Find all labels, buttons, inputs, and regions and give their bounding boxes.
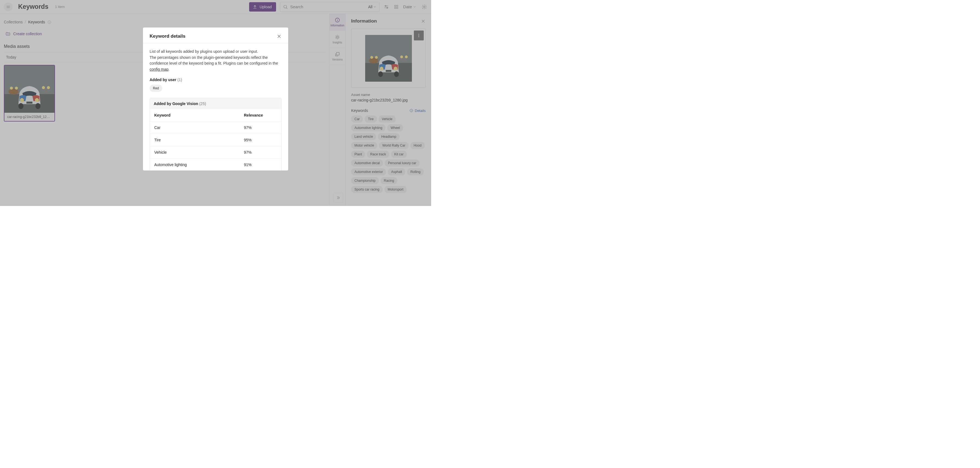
cell-keyword: Car xyxy=(154,126,244,130)
keyword-details-modal: Keyword details List of all keywords add… xyxy=(143,27,288,170)
plugin-keywords-table: Added by Google Vision (25) Keyword Rele… xyxy=(150,98,282,170)
table-row: Car97% xyxy=(150,121,281,134)
cell-relevance: 95% xyxy=(244,138,277,142)
cell-relevance: 97% xyxy=(244,150,277,154)
cell-relevance: 97% xyxy=(244,126,277,130)
user-keywords-header: Added by user (1) xyxy=(150,78,282,82)
cell-keyword: Vehicle xyxy=(154,150,244,154)
config-map-link[interactable]: config map xyxy=(150,67,168,72)
table-row: Automotive lighting91% xyxy=(150,158,281,170)
cell-keyword: Automotive lighting xyxy=(154,162,244,167)
modal-overlay[interactable]: Keyword details List of all keywords add… xyxy=(0,0,431,206)
cell-relevance: 91% xyxy=(244,162,277,167)
modal-close-button[interactable] xyxy=(277,34,282,39)
user-keyword-chip[interactable]: Red xyxy=(150,85,162,92)
col-relevance: Relevance xyxy=(244,113,277,118)
col-keyword: Keyword xyxy=(154,113,244,118)
table-row: Tire95% xyxy=(150,134,281,146)
table-row: Vehicle97% xyxy=(150,146,281,158)
modal-title: Keyword details xyxy=(150,33,185,39)
plugin-keywords-header: Added by Google Vision (25) xyxy=(150,98,281,109)
modal-intro-2: The percentages shown on the plugin-gene… xyxy=(150,55,282,73)
modal-intro-1: List of all keywords added by plugins up… xyxy=(150,49,282,55)
cell-keyword: Tire xyxy=(154,138,244,142)
user-keyword-chip-list: Red xyxy=(150,85,282,92)
